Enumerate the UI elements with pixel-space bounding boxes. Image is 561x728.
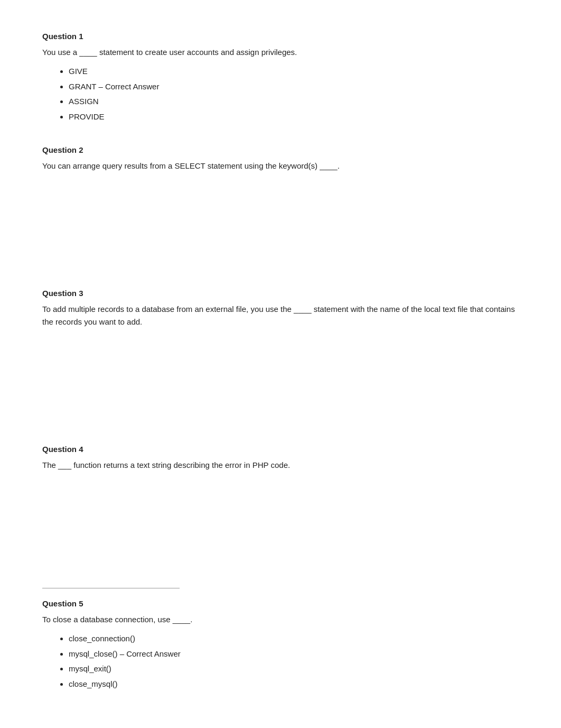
question-1-title: Question 1: [42, 32, 519, 41]
question-3-block: Question 3 To add multiple records to a …: [42, 289, 519, 328]
question-5-block: Question 5 To close a database connectio…: [42, 599, 519, 692]
question-1-text: You use a ____ statement to create user …: [42, 46, 519, 59]
question-2-block: Question 2 You can arrange query results…: [42, 145, 519, 172]
question-2-title: Question 2: [42, 145, 519, 154]
question-1-answers: GIVE GRANT – Correct Answer ASSIGN PROVI…: [69, 64, 519, 124]
list-item: close_connection(): [69, 631, 519, 647]
spacer-after-q3: [42, 349, 519, 445]
spacer-after-q4: [42, 493, 519, 588]
question-3-text: To add multiple records to a database fr…: [42, 303, 519, 328]
list-item: GRANT – Correct Answer: [69, 79, 519, 95]
question-4-block: Question 4 The ___ function returns a te…: [42, 445, 519, 472]
list-item: mysql_close() – Correct Answer: [69, 647, 519, 662]
list-item: mysql_exit(): [69, 661, 519, 677]
divider-line: [42, 588, 180, 588]
list-item: ASSIGN: [69, 94, 519, 109]
question-1-block: Question 1 You use a ____ statement to c…: [42, 32, 519, 124]
list-item: close_mysql(): [69, 677, 519, 692]
question-5-answers: close_connection() mysql_close() – Corre…: [69, 631, 519, 692]
question-3-title: Question 3: [42, 289, 519, 298]
spacer-after-q2: [42, 193, 519, 289]
question-4-text: The ___ function returns a text string d…: [42, 459, 519, 472]
list-item: GIVE: [69, 64, 519, 79]
spacer-after-q5: [42, 713, 519, 728]
question-5-title: Question 5: [42, 599, 519, 608]
question-5-text: To close a database connection, use ____…: [42, 613, 519, 626]
list-item: PROVIDE: [69, 109, 519, 125]
question-2-text: You can arrange query results from a SEL…: [42, 160, 519, 172]
question-4-title: Question 4: [42, 445, 519, 454]
